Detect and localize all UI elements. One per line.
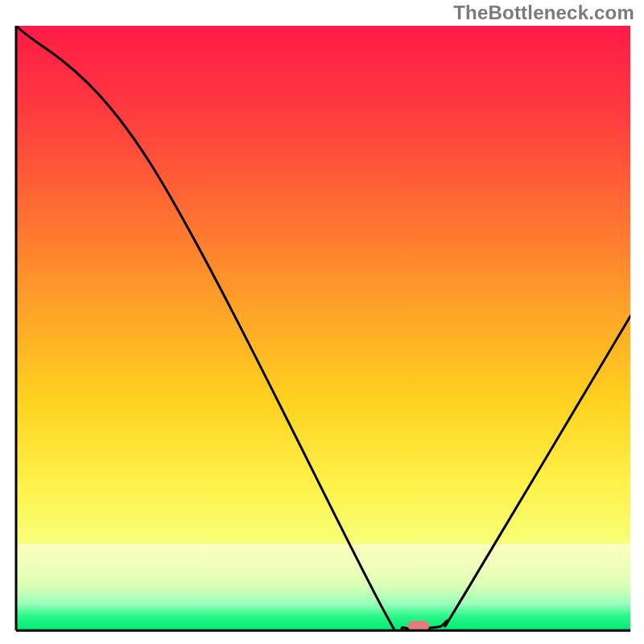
bottleneck-chart bbox=[0, 0, 644, 644]
chart-gradient-background bbox=[16, 26, 630, 630]
chart-container: TheBottleneck.com bbox=[0, 0, 644, 644]
chart-floor-wash bbox=[16, 544, 630, 618]
optimum-marker bbox=[408, 621, 430, 630]
